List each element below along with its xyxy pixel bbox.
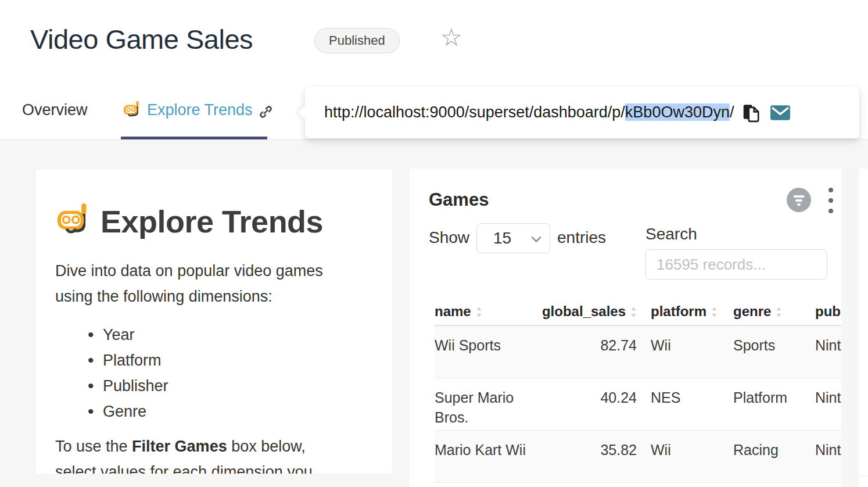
column-header-genre[interactable]: genre bbox=[722, 298, 804, 325]
cell-genre: Racing bbox=[722, 430, 804, 482]
cell-publisher: Nint bbox=[804, 378, 841, 430]
tab-explore-trends[interactable]: Explore Trends bbox=[123, 81, 273, 139]
list-item: Year bbox=[55, 322, 375, 348]
cell-global-sales: 82.74 bbox=[529, 325, 639, 378]
url-prefix: http://localhost:9000/superset/dashboard… bbox=[324, 103, 625, 121]
cell-global-sales: 40.24 bbox=[529, 378, 639, 430]
list-item: Publisher bbox=[55, 373, 375, 399]
cell-global-sales: 35.82 bbox=[529, 430, 639, 482]
clipped-card-edge bbox=[859, 169, 868, 487]
list-item: Platform bbox=[55, 348, 375, 373]
games-table: name global_sales platform genre pub Wii… bbox=[435, 298, 841, 483]
cell-platform: NES bbox=[639, 378, 722, 430]
url-suffix: / bbox=[730, 103, 734, 121]
cell-publisher: Nint bbox=[804, 325, 841, 378]
search-input[interactable] bbox=[645, 249, 827, 280]
markdown-footer: To use the Filter Games box below, selec… bbox=[55, 434, 328, 474]
share-url-popover: http://localhost:9000/superset/dashboard… bbox=[305, 87, 859, 138]
published-badge[interactable]: Published bbox=[314, 28, 400, 53]
markdown-title: Explore Trends bbox=[101, 203, 323, 239]
filter-icon[interactable] bbox=[787, 188, 811, 212]
cell-name: Wii Sports bbox=[435, 325, 529, 378]
column-header-global-sales[interactable]: global_sales bbox=[529, 298, 639, 325]
show-label: Show bbox=[429, 228, 469, 247]
games-table-card: Games Show 15 entries Search name global… bbox=[410, 169, 841, 487]
sort-icon bbox=[776, 307, 782, 317]
diving-mask-icon bbox=[123, 101, 141, 120]
table-row: Wii Sports 82.74 Wii Sports Nint bbox=[435, 325, 841, 378]
intro-line-2: using the following dimensions: bbox=[55, 284, 357, 309]
entries-label: entries bbox=[557, 228, 606, 247]
cell-platform: Wii bbox=[639, 430, 722, 482]
diving-mask-icon bbox=[55, 203, 91, 239]
dimension-list: Year Platform Publisher Genre bbox=[55, 322, 375, 424]
cell-name: Super Mario Bros. bbox=[435, 378, 529, 430]
url-selected-text: kBb0Ow30Dyn bbox=[625, 103, 730, 121]
filter-games-bold: Filter Games bbox=[132, 438, 227, 455]
search-label: Search bbox=[645, 225, 697, 244]
cell-genre: Platform bbox=[722, 378, 804, 430]
column-header-publisher[interactable]: pub bbox=[804, 298, 841, 325]
more-options-icon[interactable] bbox=[827, 188, 835, 213]
cell-name: Mario Kart Wii bbox=[435, 430, 529, 482]
dashboard-page: Video Game Sales Published ☆ Overview Ex… bbox=[0, 0, 868, 487]
table-row: Super Mario Bros. 40.24 NES Platform Nin… bbox=[435, 378, 841, 430]
column-header-platform[interactable]: platform bbox=[639, 298, 722, 325]
cell-genre: Sports bbox=[722, 325, 804, 378]
table-header-row: name global_sales platform genre pub bbox=[435, 298, 841, 325]
sort-icon bbox=[630, 307, 637, 317]
sort-icon bbox=[476, 307, 482, 317]
footer-line-2: select values for each dimension you bbox=[55, 459, 328, 474]
chart-title: Games bbox=[429, 189, 489, 210]
tab-overview-label: Overview bbox=[22, 101, 88, 119]
markdown-card: Explore Trends Dive into data on popular… bbox=[36, 170, 392, 474]
chevron-down-icon bbox=[531, 236, 541, 242]
cell-publisher: Nint bbox=[804, 430, 841, 482]
page-size-value: 15 bbox=[493, 229, 511, 248]
page-header: Video Game Sales Published ☆ bbox=[0, 0, 868, 81]
cell-platform: Wii bbox=[639, 325, 722, 378]
column-header-name[interactable]: name bbox=[435, 298, 529, 325]
email-share-icon[interactable] bbox=[770, 105, 791, 121]
tab-explore-trends-label: Explore Trends bbox=[147, 101, 253, 119]
table-row: Mario Kart Wii 35.82 Wii Racing Nint bbox=[435, 430, 841, 482]
favorite-star-icon[interactable]: ☆ bbox=[440, 23, 462, 52]
sort-icon bbox=[711, 307, 718, 317]
list-item: Genre bbox=[55, 399, 375, 424]
page-title: Video Game Sales bbox=[30, 23, 253, 55]
share-link-icon[interactable] bbox=[259, 101, 273, 119]
copy-url-icon[interactable] bbox=[742, 103, 761, 123]
tab-overview[interactable]: Overview bbox=[22, 81, 88, 139]
dashboard-url: http://localhost:9000/superset/dashboard… bbox=[324, 103, 734, 121]
markdown-intro: Dive into data on popular video games us… bbox=[55, 258, 357, 309]
intro-line-1: Dive into data on popular video games bbox=[55, 258, 357, 284]
markdown-heading: Explore Trends bbox=[55, 203, 375, 239]
page-size-select[interactable]: 15 bbox=[476, 223, 550, 253]
footer-line-1: To use the Filter Games box below, bbox=[55, 434, 328, 459]
